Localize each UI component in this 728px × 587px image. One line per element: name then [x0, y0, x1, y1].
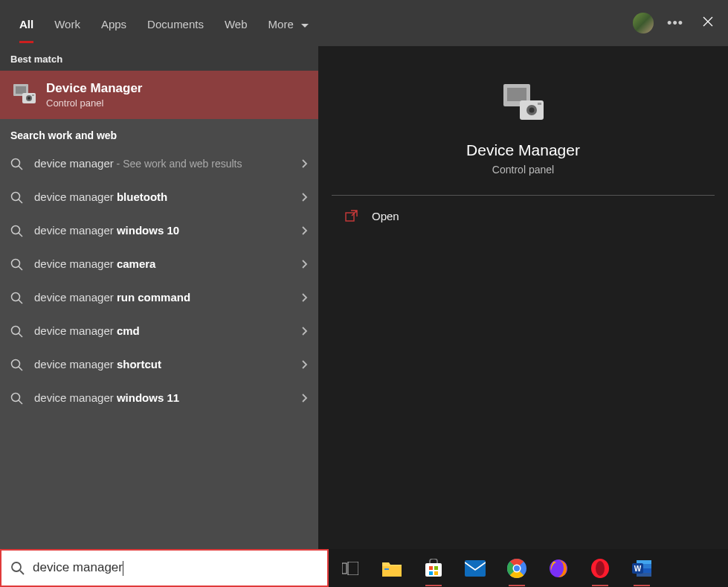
svg-point-29	[12, 562, 21, 571]
svg-line-7	[19, 166, 22, 170]
chevron-right-icon	[302, 192, 308, 204]
search-icon	[10, 191, 24, 205]
tab-more[interactable]: More	[258, 3, 319, 43]
svg-rect-28	[346, 213, 354, 221]
svg-line-17	[19, 333, 22, 337]
store-icon[interactable]	[422, 557, 445, 580]
firefox-icon[interactable]	[547, 557, 570, 580]
chevron-right-icon	[302, 393, 308, 405]
svg-rect-23	[507, 88, 526, 101]
open-action[interactable]: Open	[318, 196, 728, 236]
user-avatar[interactable]	[633, 13, 654, 33]
search-web-header: Search work and web	[0, 119, 318, 147]
svg-point-8	[12, 192, 20, 200]
svg-rect-5	[32, 94, 34, 96]
taskbar: W	[329, 549, 728, 587]
svg-point-10	[12, 225, 20, 234]
svg-rect-40	[465, 560, 486, 577]
result-item[interactable]: device manager windows 11	[0, 382, 318, 415]
result-text: device manager camera	[34, 257, 291, 272]
search-icon	[10, 292, 24, 305]
file-explorer-icon[interactable]	[381, 557, 403, 580]
best-match-header: Best match	[0, 46, 318, 71]
results-panel: Best match Device Manager Control panel …	[0, 46, 318, 549]
result-item[interactable]: device manager - See work and web result…	[0, 147, 318, 181]
result-text: device manager shortcut	[34, 357, 291, 372]
result-text: device manager windows 10	[34, 223, 291, 238]
tab-apps[interactable]: Apps	[91, 3, 137, 43]
svg-point-46	[514, 565, 520, 571]
svg-rect-35	[425, 563, 442, 577]
word-icon[interactable]: W	[631, 557, 653, 580]
result-text: device manager - See work and web result…	[34, 156, 291, 171]
svg-line-21	[19, 400, 22, 404]
tab-all[interactable]: All	[9, 3, 44, 43]
chevron-right-icon	[302, 326, 308, 338]
svg-point-20	[12, 393, 20, 401]
tab-web[interactable]: Web	[214, 3, 258, 43]
preview-title: Device Manager	[466, 141, 580, 159]
svg-rect-37	[434, 566, 438, 570]
result-item[interactable]: device manager cmd	[0, 315, 318, 348]
close-icon[interactable]	[697, 10, 719, 36]
svg-rect-31	[342, 563, 347, 574]
svg-line-11	[19, 233, 22, 237]
chrome-icon[interactable]	[506, 557, 528, 580]
svg-rect-39	[434, 571, 438, 575]
result-item[interactable]: device manager run command	[0, 281, 318, 315]
search-icon	[10, 561, 25, 576]
chevron-down-icon	[301, 18, 309, 31]
result-text: device manager run command	[34, 290, 291, 305]
chevron-right-icon	[302, 292, 308, 304]
search-icon	[10, 359, 24, 372]
svg-text:W: W	[634, 565, 642, 573]
mail-icon[interactable]	[464, 557, 486, 580]
result-item[interactable]: device manager camera	[0, 248, 318, 281]
svg-point-4	[28, 97, 30, 100]
best-match-item[interactable]: Device Manager Control panel	[0, 71, 318, 119]
search-query: device manager	[33, 560, 318, 576]
result-item[interactable]: device manager windows 10	[0, 214, 318, 248]
search-icon	[10, 325, 24, 339]
svg-rect-33	[382, 566, 402, 577]
best-match-subtitle: Control panel	[46, 97, 142, 109]
preview-panel: Device Manager Control panel Open	[318, 46, 728, 549]
search-icon	[10, 258, 24, 272]
search-icon	[10, 225, 24, 238]
open-label: Open	[372, 210, 399, 222]
svg-rect-34	[384, 568, 389, 570]
device-manager-large-icon	[500, 82, 547, 128]
best-match-title: Device Manager	[46, 81, 142, 96]
result-item[interactable]: device manager shortcut	[0, 348, 318, 382]
svg-line-9	[19, 199, 22, 203]
chevron-right-icon	[302, 225, 308, 237]
tab-work[interactable]: Work	[44, 3, 91, 43]
svg-point-12	[12, 259, 20, 267]
result-text: device manager cmd	[34, 324, 291, 339]
svg-line-15	[19, 300, 22, 304]
svg-line-13	[19, 266, 22, 270]
chevron-right-icon	[302, 158, 308, 170]
svg-point-26	[529, 108, 534, 113]
svg-rect-36	[429, 566, 433, 570]
svg-rect-38	[429, 571, 433, 575]
svg-rect-27	[538, 103, 541, 105]
tab-documents[interactable]: Documents	[137, 3, 214, 43]
svg-line-19	[19, 367, 22, 371]
result-text: device manager bluetooth	[34, 190, 291, 205]
opera-icon[interactable]	[589, 557, 611, 580]
result-item[interactable]: device manager bluetooth	[0, 181, 318, 214]
svg-point-49	[596, 561, 605, 576]
preview-subtitle: Control panel	[492, 164, 554, 176]
svg-rect-1	[16, 86, 26, 94]
options-icon[interactable]: •••	[667, 16, 683, 31]
svg-line-30	[20, 571, 24, 574]
svg-point-14	[12, 292, 20, 301]
svg-rect-32	[348, 562, 358, 575]
search-tabs: All Work Apps Documents Web More	[9, 3, 319, 43]
taskview-icon[interactable]	[339, 557, 361, 580]
svg-point-18	[12, 359, 20, 368]
search-input[interactable]: device manager	[0, 549, 329, 587]
search-icon	[10, 158, 24, 171]
tab-more-label: More	[268, 18, 294, 31]
